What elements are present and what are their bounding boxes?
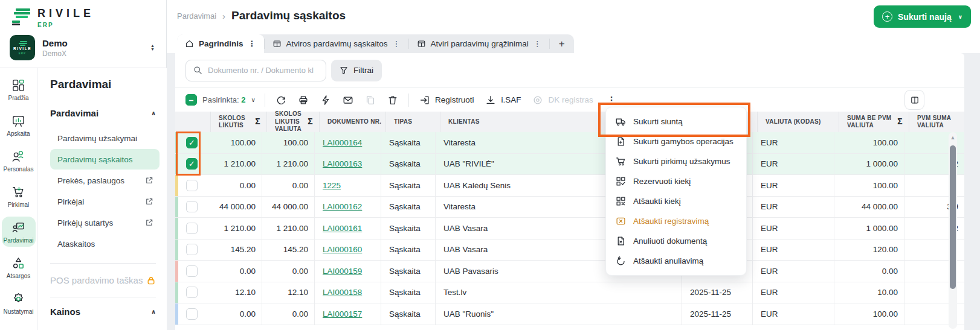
table-row[interactable]: 145.20 145.20 LAI000160 Sąskaita UAB Vas… <box>175 240 964 261</box>
document-link[interactable]: LAI000158 <box>323 288 362 297</box>
menu-item-atsaukti-registravima[interactable]: Atšaukti registravimą <box>606 211 746 231</box>
print-button[interactable] <box>297 94 310 107</box>
table-row[interactable]: ✓ 1 210.00 1 210.00 LAI000163 Sąskaita U… <box>175 154 964 176</box>
sidebar-item-ataskaitos[interactable]: Ataskaitos <box>50 233 160 254</box>
sidebar-menu: Pardavimai Pardavimai ∧ Pardavimų užsaky… <box>38 68 167 330</box>
company-spinner-icon[interactable]: ▲▼ <box>150 44 158 51</box>
menu-item-rezervuoti-kieki[interactable]: Rezervuoti kiekį <box>606 171 746 191</box>
rail-item-pirkimai[interactable]: Pirkimai <box>2 181 36 211</box>
search-box[interactable] <box>185 60 326 81</box>
cell-valiuta: EUR <box>752 197 834 218</box>
row-checkbox[interactable] <box>186 308 198 320</box>
menu-item-sukurti-siunta[interactable]: Sukurti siuntą <box>606 112 746 132</box>
table-row[interactable]: 0.00 0.00 LAI000159 Sąskaita UAB Pavasar… <box>175 261 964 282</box>
row-checkbox[interactable] <box>186 223 198 234</box>
document-x-icon <box>616 236 626 246</box>
sidebar-item-pardavimu-uzsakymai[interactable]: Pardavimų užsakymai <box>50 128 160 148</box>
sidebar-item-pirkejai[interactable]: Pirkėjai <box>50 191 160 212</box>
tab-atviros-pardavimu-saskaitos[interactable]: Atviros pardavimų sąskaitos ⋮ <box>265 34 408 53</box>
isaf-button[interactable]: i.SAF <box>484 94 522 107</box>
row-checkbox[interactable]: ✓ <box>186 158 198 170</box>
cart-icon <box>11 185 25 199</box>
sidebar-item-pirkeju-sutartys[interactable]: Pirkėjų sutartys <box>50 212 160 233</box>
sum-icon[interactable]: Σ <box>897 116 909 127</box>
table-scrollbar[interactable]: ▲ <box>949 132 957 329</box>
tab-pagrindinis[interactable]: Pagrindinis ⋮ <box>177 34 264 53</box>
email-button[interactable] <box>341 94 355 107</box>
sidebar-item-pardavimu-saskaitos[interactable]: Pardavimų sąskaitos <box>50 149 160 170</box>
menu-item-atsaukti-kieki[interactable]: Atšaukti kiekį <box>606 191 746 211</box>
table-row[interactable]: 1 210.00 1 210.00 LAI000161 Sąskaita UAB… <box>175 218 964 240</box>
col-dokumento-nr[interactable]: DOKUMENTO NR. <box>319 112 385 132</box>
table-row[interactable]: 44 000.00 44 000.00 LAI000162 Sąskaita V… <box>175 197 964 218</box>
table-row[interactable]: 12.10 12.10 LAI000158 Sąskaita Test.lv 2… <box>175 282 964 304</box>
table-row[interactable]: 0.00 0.00 LAI000157 Sąskaita UAB "Ruonis… <box>175 303 964 325</box>
menu-item-atsaukti-anuliavima[interactable]: Atšaukti anuliavimą <box>606 251 746 271</box>
menu-item-sukurti-gamybos-operacijas[interactable]: Sukurti gamybos operacijas <box>606 132 746 151</box>
add-tab-button[interactable]: + <box>550 34 574 53</box>
rail-item-apskaita[interactable]: Apskaita <box>2 110 36 140</box>
create-new-button[interactable]: + Sukurti naują ∨ <box>874 5 971 28</box>
document-link[interactable]: LAI000157 <box>323 309 362 319</box>
quick-action-button[interactable] <box>319 94 332 107</box>
refresh-button[interactable] <box>274 94 288 107</box>
columns-toggle-button[interactable] <box>904 90 924 110</box>
sum-icon[interactable]: Σ <box>308 116 319 127</box>
document-link[interactable]: LAI000161 <box>323 224 362 233</box>
sidebar-section-kainos[interactable]: Kainos ∧ <box>50 306 160 317</box>
registruoti-button[interactable]: Registruoti <box>418 94 475 107</box>
rail-item-pardavimai[interactable]: Pardavimai <box>2 217 36 247</box>
cell-skolos-likutis: 0.00 <box>205 303 262 325</box>
selection-dropdown[interactable]: – Pasirinkta: 2 ∨ <box>185 94 256 106</box>
row-checkbox[interactable] <box>186 287 198 298</box>
document-link[interactable]: LAI000162 <box>323 202 362 211</box>
col-skolos-likutis[interactable]: SKOLOS LIKUTISΣ <box>210 112 266 132</box>
col-tipas[interactable]: TIPAS <box>385 112 440 132</box>
row-checkbox[interactable] <box>186 180 198 191</box>
company-switcher[interactable]: RIVILEERP Demo DemoX ▲▼ <box>10 35 158 60</box>
filters-button[interactable]: Filtrai <box>331 60 382 81</box>
document-link[interactable]: LAI000164 <box>323 138 362 147</box>
sum-icon[interactable]: Σ <box>255 116 266 127</box>
cell-suma-be-pvm: 10.00 <box>834 282 904 303</box>
more-actions-kebab[interactable]: ⋮ <box>604 95 620 106</box>
delete-button[interactable] <box>386 94 399 107</box>
tab-kebab-icon[interactable]: ⋮ <box>393 39 401 48</box>
rail-item-pradzia[interactable]: Pradžia <box>2 74 36 104</box>
row-checkbox[interactable] <box>186 201 198 212</box>
row-checkbox[interactable] <box>186 265 198 277</box>
col-valiuta-kodas[interactable]: VALIUTA (KODAS) <box>757 112 839 132</box>
tab-kebab-icon[interactable]: ⋮ <box>248 39 256 48</box>
document-link[interactable]: LAI000159 <box>323 267 362 276</box>
row-checkbox[interactable]: ✓ <box>186 137 198 148</box>
col-pvm-suma[interactable]: PVM SUMA VALIUTA <box>909 112 964 132</box>
search-input[interactable] <box>208 66 318 75</box>
sidebar-item-prekes-paslaugos[interactable]: Prekės, paslaugos <box>50 170 160 191</box>
scroll-up-icon[interactable]: ▲ <box>949 132 957 141</box>
table-row[interactable]: ✓ 100.00 100.00 LAI000164 Sąskaita Vitar… <box>175 132 964 154</box>
rail-item-personalas[interactable]: Personalas <box>2 145 36 176</box>
sidebar-section-pardavimai[interactable]: Pardavimai ∧ <box>50 108 160 118</box>
document-link[interactable]: LAI000160 <box>323 245 362 254</box>
box-x-icon <box>616 216 626 226</box>
tab-kebab-icon[interactable]: ⋮ <box>534 39 541 48</box>
col-skolos-likutis-valiuta[interactable]: SKOLOS LIKUTIS VALIUTAΣ <box>266 112 319 132</box>
table-icon <box>417 39 426 48</box>
menu-item-sukurti-pirkimu-uzsakymus[interactable]: Sukurti pirkimų užsakymus <box>606 151 746 171</box>
document-link[interactable]: 1225 <box>323 181 341 190</box>
breadcrumb-parent[interactable]: Pardavimai <box>177 11 216 21</box>
sidebar-divider <box>50 263 156 264</box>
scrollbar-thumb[interactable] <box>950 145 956 289</box>
document-link[interactable]: LAI000163 <box>323 159 362 168</box>
row-checkbox[interactable] <box>186 244 198 255</box>
select-all-checkbox[interactable]: – <box>185 94 197 106</box>
rail-item-nustatymai[interactable]: Nustatymai <box>2 288 36 318</box>
tab-atviri-pardavimu-grazinimai[interactable]: Atviri pardavimų grąžinimai ⋮ <box>409 34 549 53</box>
rail-item-atsargos[interactable]: Atsargos <box>2 252 36 282</box>
menu-item-anuliuoti-dokumenta[interactable]: Anuliuoti dokumentą <box>606 231 746 251</box>
plus-icon: + <box>882 11 892 22</box>
cell-suma-be-pvm: 1 000.00 <box>834 218 904 239</box>
col-suma-be-pvm[interactable]: SUMA BE PVM VALIUTAΣ <box>839 112 909 132</box>
app-root: RIVILE ERP RIVILEERP Demo DemoX ▲▼ Pradž… <box>0 0 980 330</box>
table-row[interactable]: 0.00 0.00 1225 Sąskaita UAB Kalėdų Senis… <box>175 175 964 197</box>
